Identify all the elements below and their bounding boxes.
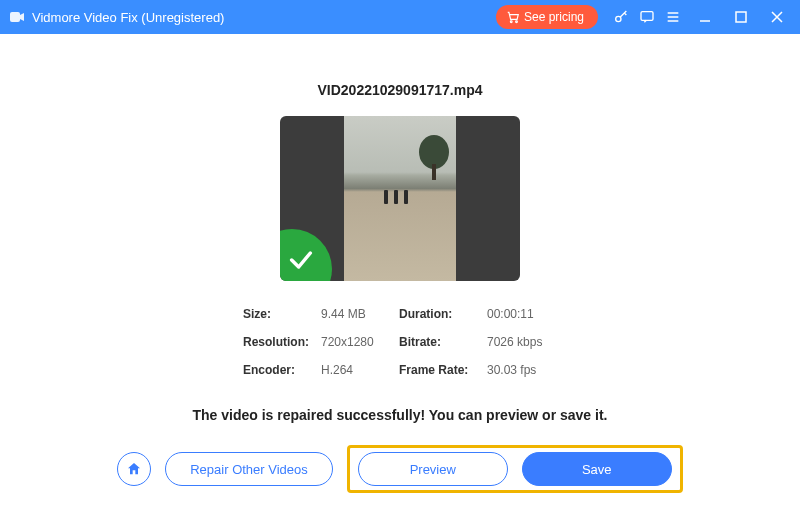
svg-point-3 (616, 16, 621, 21)
feedback-icon[interactable] (634, 4, 660, 30)
encoder-label: Encoder: (243, 363, 321, 377)
duration-value: 00:00:11 (487, 307, 557, 321)
framerate-value: 30.03 fps (487, 363, 557, 377)
repair-other-label: Repair Other Videos (190, 462, 308, 477)
svg-rect-0 (10, 12, 20, 22)
svg-rect-4 (641, 12, 653, 21)
app-title: Vidmore Video Fix (Unregistered) (32, 10, 224, 25)
see-pricing-label: See pricing (524, 10, 584, 24)
main-content: VID20221029091717.mp4 Size: 9.44 MB Dura… (0, 34, 800, 493)
highlighted-actions: Preview Save (347, 445, 683, 493)
window-controls (692, 4, 790, 30)
svg-point-6 (419, 135, 449, 169)
people-graphic (384, 190, 408, 204)
home-icon (126, 461, 142, 477)
see-pricing-button[interactable]: See pricing (496, 5, 598, 29)
bitrate-label: Bitrate: (399, 335, 487, 349)
svg-point-2 (516, 21, 518, 23)
cart-icon (506, 10, 520, 24)
video-details: Size: 9.44 MB Duration: 00:00:11 Resolut… (243, 307, 557, 377)
key-icon[interactable] (608, 4, 634, 30)
duration-label: Duration: (399, 307, 487, 321)
minimize-button[interactable] (692, 4, 718, 30)
save-button[interactable]: Save (522, 452, 672, 486)
status-message: The video is repaired successfully! You … (193, 407, 608, 423)
button-row: Repair Other Videos Preview Save (117, 445, 683, 493)
success-check-icon (280, 229, 332, 281)
maximize-button[interactable] (728, 4, 754, 30)
size-label: Size: (243, 307, 321, 321)
preview-button[interactable]: Preview (358, 452, 508, 486)
svg-point-1 (510, 21, 512, 23)
video-thumbnail (280, 116, 520, 281)
bitrate-value: 7026 kbps (487, 335, 557, 349)
resolution-value: 720x1280 (321, 335, 399, 349)
home-button[interactable] (117, 452, 151, 486)
app-logo-icon (8, 8, 26, 26)
svg-rect-5 (736, 12, 746, 22)
preview-label: Preview (410, 462, 456, 477)
framerate-label: Frame Rate: (399, 363, 487, 377)
close-button[interactable] (764, 4, 790, 30)
size-value: 9.44 MB (321, 307, 399, 321)
tree-graphic (414, 134, 450, 180)
menu-icon[interactable] (660, 4, 686, 30)
thumbnail-image (344, 116, 456, 281)
titlebar: Vidmore Video Fix (Unregistered) See pri… (0, 0, 800, 34)
resolution-label: Resolution: (243, 335, 321, 349)
save-label: Save (582, 462, 612, 477)
file-name: VID20221029091717.mp4 (317, 82, 482, 98)
encoder-value: H.264 (321, 363, 399, 377)
repair-other-videos-button[interactable]: Repair Other Videos (165, 452, 333, 486)
svg-rect-7 (432, 164, 436, 180)
